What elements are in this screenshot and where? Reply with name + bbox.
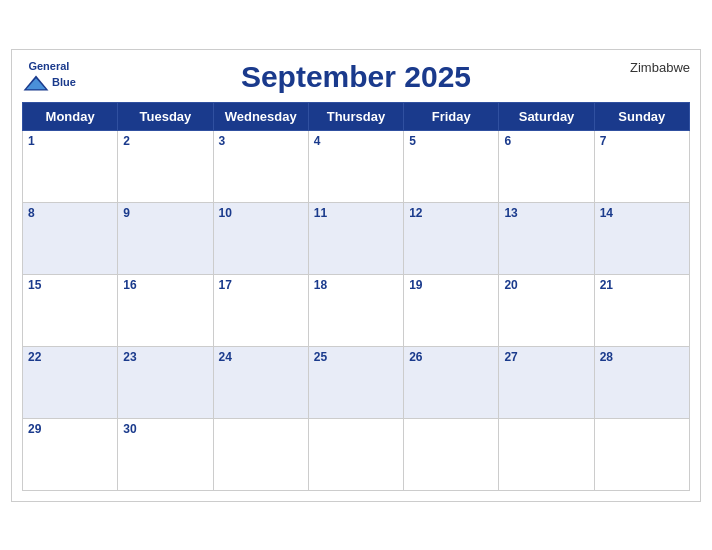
day-number: 20 [504, 278, 588, 292]
calendar-cell: 30 [118, 418, 213, 490]
day-number: 12 [409, 206, 493, 220]
day-number: 15 [28, 278, 112, 292]
day-number: 1 [28, 134, 112, 148]
calendar-cell: 17 [213, 274, 308, 346]
header-thursday: Thursday [308, 102, 403, 130]
calendar-cell: 11 [308, 202, 403, 274]
calendar-cell: 29 [23, 418, 118, 490]
calendar-cell: 9 [118, 202, 213, 274]
calendar-cell: 5 [404, 130, 499, 202]
calendar-cell: 22 [23, 346, 118, 418]
calendar-cell: 4 [308, 130, 403, 202]
calendar-cell: 2 [118, 130, 213, 202]
day-number: 18 [314, 278, 398, 292]
calendar-cell: 3 [213, 130, 308, 202]
calendar-cell: 25 [308, 346, 403, 418]
calendar-cell: 13 [499, 202, 594, 274]
day-number: 23 [123, 350, 207, 364]
header-friday: Friday [404, 102, 499, 130]
logo-general: General [28, 60, 69, 72]
calendar-week-row: 1234567 [23, 130, 690, 202]
calendar-cell [308, 418, 403, 490]
calendar-week-row: 22232425262728 [23, 346, 690, 418]
day-number: 9 [123, 206, 207, 220]
day-number: 29 [28, 422, 112, 436]
calendar-week-row: 891011121314 [23, 202, 690, 274]
calendar-cell: 12 [404, 202, 499, 274]
calendar-table: Monday Tuesday Wednesday Thursday Friday… [22, 102, 690, 491]
calendar-cell: 7 [594, 130, 689, 202]
calendar-cell: 19 [404, 274, 499, 346]
calendar-cell: 20 [499, 274, 594, 346]
day-number: 27 [504, 350, 588, 364]
calendar-cell: 18 [308, 274, 403, 346]
day-number: 26 [409, 350, 493, 364]
calendar-week-row: 2930 [23, 418, 690, 490]
day-number: 14 [600, 206, 684, 220]
logo-area: General Blue [22, 60, 76, 92]
calendar-cell: 8 [23, 202, 118, 274]
header-saturday: Saturday [499, 102, 594, 130]
day-number: 19 [409, 278, 493, 292]
header-monday: Monday [23, 102, 118, 130]
day-number: 13 [504, 206, 588, 220]
day-number: 28 [600, 350, 684, 364]
header-tuesday: Tuesday [118, 102, 213, 130]
calendar-container: General Blue September 2025 Zimbabwe Mon… [11, 49, 701, 502]
header-wednesday: Wednesday [213, 102, 308, 130]
calendar-cell: 14 [594, 202, 689, 274]
day-number: 5 [409, 134, 493, 148]
day-number: 22 [28, 350, 112, 364]
weekday-header-row: Monday Tuesday Wednesday Thursday Friday… [23, 102, 690, 130]
page-title: September 2025 [241, 60, 471, 94]
country-label: Zimbabwe [630, 60, 690, 75]
calendar-header: General Blue September 2025 Zimbabwe [22, 60, 690, 94]
calendar-cell: 28 [594, 346, 689, 418]
calendar-cell [594, 418, 689, 490]
day-number: 4 [314, 134, 398, 148]
day-number: 2 [123, 134, 207, 148]
logo-icon [22, 74, 50, 92]
day-number: 24 [219, 350, 303, 364]
day-number: 10 [219, 206, 303, 220]
calendar-week-row: 15161718192021 [23, 274, 690, 346]
calendar-cell: 10 [213, 202, 308, 274]
calendar-cell: 6 [499, 130, 594, 202]
day-number: 30 [123, 422, 207, 436]
day-number: 16 [123, 278, 207, 292]
calendar-cell: 26 [404, 346, 499, 418]
day-number: 7 [600, 134, 684, 148]
logo-blue: Blue [52, 76, 76, 88]
calendar-cell: 16 [118, 274, 213, 346]
calendar-cell: 15 [23, 274, 118, 346]
day-number: 3 [219, 134, 303, 148]
calendar-cell [499, 418, 594, 490]
calendar-cell: 24 [213, 346, 308, 418]
day-number: 11 [314, 206, 398, 220]
day-number: 17 [219, 278, 303, 292]
day-number: 25 [314, 350, 398, 364]
calendar-cell [404, 418, 499, 490]
day-number: 8 [28, 206, 112, 220]
calendar-cell [213, 418, 308, 490]
day-number: 21 [600, 278, 684, 292]
calendar-cell: 27 [499, 346, 594, 418]
header-sunday: Sunday [594, 102, 689, 130]
calendar-cell: 23 [118, 346, 213, 418]
calendar-cell: 1 [23, 130, 118, 202]
day-number: 6 [504, 134, 588, 148]
calendar-cell: 21 [594, 274, 689, 346]
